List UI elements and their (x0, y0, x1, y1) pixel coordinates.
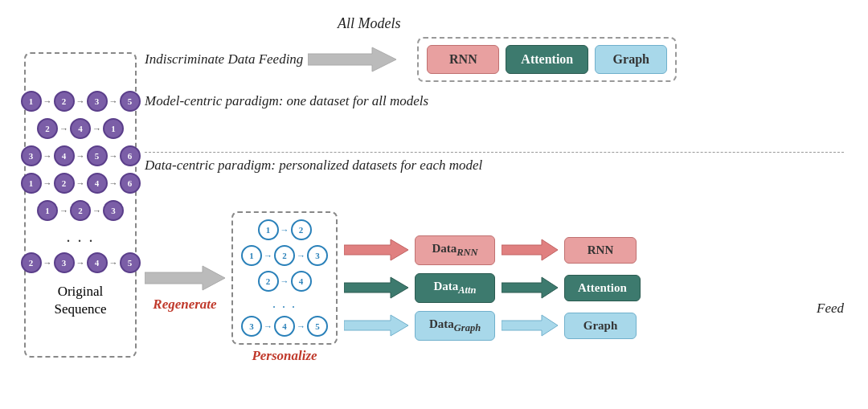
bottom-content: Regenerate 1 → 2 1 → (145, 178, 844, 398)
seq-arrow: → (59, 206, 68, 215)
svg-marker-4 (344, 277, 408, 298)
svg-marker-6 (344, 315, 408, 336)
seq-node: 2 (37, 118, 58, 139)
seq-arrow: → (92, 124, 101, 133)
seq-arrow: → (59, 124, 68, 133)
data-box-rnn: DataRNN (415, 235, 495, 265)
three-rows: DataRNN RNN DataAttn (344, 235, 818, 341)
seq-node: 4 (87, 173, 108, 194)
model-box-graph: Graph (595, 45, 667, 74)
seq-node: 1 (21, 91, 42, 112)
pers-row-3: 2 → 4 (258, 271, 312, 292)
seq-node: 2 (54, 173, 75, 194)
main-layout: 1 → 2 → 3 → 5 2 → 4 → 1 3 → 4 → 5 → (24, 12, 844, 398)
pers-node: 4 (274, 316, 295, 337)
seq-arrow: → (92, 206, 101, 215)
feed-arrow2-attn (502, 275, 558, 301)
seq-arrow: → (76, 96, 85, 106)
pers-row-2: 1 → 2 → 3 (241, 245, 328, 266)
pers-node: 3 (307, 245, 328, 266)
model-box-rnn: RNN (427, 45, 499, 74)
seq-arrow: → (109, 151, 118, 161)
seq-arrow: → (43, 151, 52, 161)
pers-node: 3 (241, 316, 262, 337)
seq-row-4: 1 → 2 → 4 → 6 (21, 173, 141, 194)
seq-node: 3 (103, 200, 124, 221)
bottom-half: Data-centric paradigm: personalized data… (145, 153, 844, 398)
seq-arrow: → (109, 178, 118, 188)
seq-node: 3 (54, 252, 75, 273)
seq-arrow: → (76, 258, 85, 268)
pers-arrow: → (264, 251, 272, 260)
seq-node: 3 (87, 91, 108, 112)
seq-node: 4 (87, 252, 108, 273)
svg-marker-7 (502, 315, 558, 336)
pers-node: 1 (258, 219, 279, 240)
feed-row-attn: DataAttn Attention (344, 273, 818, 303)
pers-arrow: → (297, 321, 305, 331)
svg-marker-3 (502, 239, 558, 260)
all-models-label: All Models (338, 15, 401, 32)
model-box2-attention: Attention (564, 275, 641, 301)
data-box-graph: DataGraph (415, 311, 495, 341)
seq-node: 1 (103, 118, 124, 139)
seq-row-1: 1 → 2 → 3 → 5 (21, 91, 141, 112)
feed-arrow2-graph (502, 313, 558, 338)
seq-node: 3 (21, 145, 42, 166)
model-box2-rnn: RNN (564, 237, 637, 264)
seq-node: 2 (70, 200, 91, 221)
model-boxes-top: RNN Attention Graph (417, 37, 677, 82)
seq-node: 6 (120, 145, 141, 166)
model-box-attention: Attention (506, 45, 588, 74)
seq-node: 1 (37, 200, 58, 221)
personalize-label: Personalize (252, 348, 317, 364)
seq-arrow: → (76, 151, 85, 161)
seq-node: 1 (21, 173, 42, 194)
regenerate-label: Regenerate (153, 297, 216, 313)
big-arrow-right-top (308, 44, 396, 75)
seq-row-5: 1 → 2 → 3 (37, 200, 124, 221)
seq-arrow: → (76, 178, 85, 188)
pers-node: 2 (274, 245, 295, 266)
seq-arrow: → (109, 96, 118, 106)
original-sequence-label: OriginalSequence (54, 283, 106, 318)
seq-arrow: → (109, 258, 118, 268)
middle-section: All Models Indiscriminate Data Feeding R… (145, 12, 844, 398)
seq-arrow: → (43, 96, 52, 106)
pers-node: 5 (307, 316, 328, 337)
seq-node: 4 (54, 145, 75, 166)
data-centric-label: Data-centric paradigm: personalized data… (145, 157, 844, 174)
seq-node: 5 (87, 145, 108, 166)
pers-node: 4 (291, 271, 312, 292)
indiscriminate-label: Indiscriminate Data Feeding (145, 51, 303, 67)
pers-node: 2 (258, 271, 279, 292)
seq-node: 5 (120, 252, 141, 273)
seq-node: 5 (120, 91, 141, 112)
pers-arrow: → (264, 321, 272, 331)
feed-arrow-attn (344, 275, 408, 301)
seq-row-2: 2 → 4 → 1 (37, 118, 124, 139)
svg-marker-1 (145, 266, 225, 290)
pers-arrow: → (297, 251, 305, 260)
seq-node: 6 (120, 173, 141, 194)
feed-arrow-rnn (344, 237, 408, 263)
seq-node: 2 (21, 252, 42, 273)
feed-arrow-graph (344, 313, 408, 338)
seq-node: 2 (54, 91, 75, 112)
model-centric-label: Model-centric paradigm: one dataset for … (145, 93, 844, 109)
original-sequence-box: 1 → 2 → 3 → 5 2 → 4 → 1 3 → 4 → 5 → (24, 52, 137, 358)
svg-marker-2 (344, 239, 408, 260)
svg-marker-0 (308, 47, 396, 72)
seq-row-6: 2 → 3 → 4 → 5 (21, 252, 141, 273)
pers-row-4: 3 → 4 → 5 (241, 316, 328, 337)
pers-arrow: → (280, 225, 289, 235)
personalized-box: 1 → 2 1 → 2 → 3 (231, 211, 338, 345)
feed-row-graph: DataGraph Graph (344, 311, 818, 341)
regen-arrow (145, 263, 225, 293)
svg-marker-5 (502, 277, 558, 298)
feed-arrow2-rnn (502, 237, 558, 263)
pers-arrow: → (280, 276, 289, 286)
diagram-container: 1 → 2 → 3 → 5 2 → 4 → 1 3 → 4 → 5 → (0, 0, 868, 409)
seq-row-3: 3 → 4 → 5 → 6 (21, 145, 141, 166)
dots: . . . (67, 227, 95, 246)
